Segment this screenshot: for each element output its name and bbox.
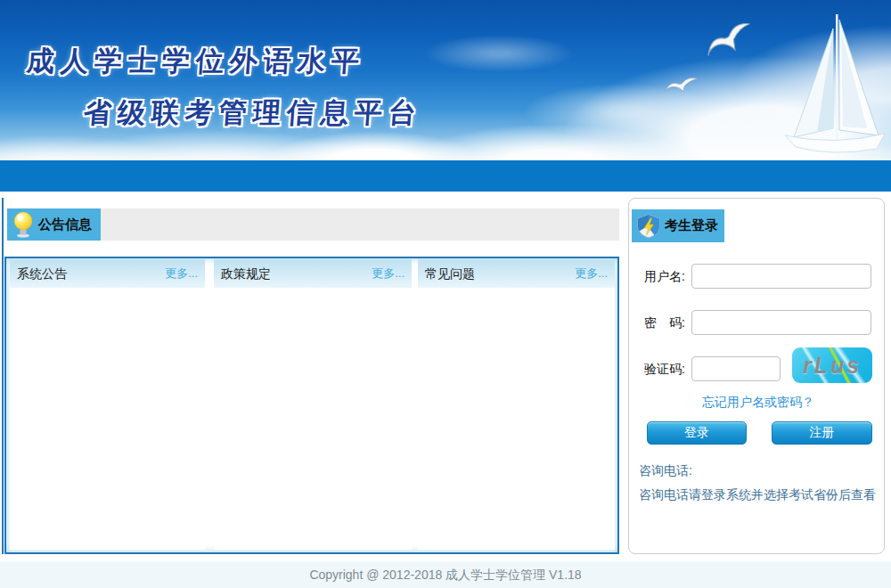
- column-system-announcements: 系统公告 更多...: [10, 259, 205, 550]
- announcements-panel: 系统公告 更多... 政策规定 更多... 常见问题 更多...: [4, 257, 619, 554]
- column-policy-regulations: 政策规定 更多...: [214, 259, 412, 550]
- column-body-empty: [214, 288, 412, 550]
- password-label: 密 码:: [644, 315, 685, 331]
- navbar: [0, 160, 891, 192]
- column-header: 常见问题 更多...: [418, 259, 615, 288]
- banner-title-line2: 省级联考管理信息平台: [83, 94, 424, 132]
- tab-announcements: 公告信息: [7, 208, 101, 241]
- shield-icon: [637, 214, 660, 239]
- column-title: 系统公告: [17, 259, 67, 288]
- login-button[interactable]: 登录: [647, 421, 747, 445]
- consult-phone-note: 咨询电话请登录系统并选择考试省份后查看: [639, 487, 876, 503]
- more-link[interactable]: 更多...: [575, 259, 608, 288]
- column-header: 系统公告 更多...: [10, 259, 205, 288]
- column-title: 政策规定: [221, 259, 271, 288]
- lightbulb-icon: [12, 211, 34, 238]
- username-input[interactable]: [691, 264, 871, 289]
- column-faq: 常见问题 更多...: [418, 259, 615, 550]
- page: 成人学士学位外语水平 省级联考管理信息平台: [0, 0, 891, 588]
- announcements-tab-label: 公告信息: [38, 216, 92, 233]
- captcha-text: rLus: [803, 353, 862, 379]
- captcha-image[interactable]: rLus: [792, 347, 872, 383]
- announcements-header-strip: [101, 208, 619, 241]
- column-title: 常见问题: [425, 259, 475, 288]
- forgot-credentials-link[interactable]: 忘记用户名或密码？: [678, 395, 838, 411]
- seagull-icon: [661, 71, 702, 99]
- register-button[interactable]: 注册: [772, 421, 872, 445]
- login-tab-label: 考生登录: [665, 217, 718, 234]
- footer: Copyright @ 2012-2018 成人学士学位管理 V1.18: [0, 561, 891, 588]
- captcha-label: 验证码:: [644, 362, 685, 378]
- sailboat-icon: [733, 4, 889, 160]
- password-input[interactable]: [691, 310, 871, 335]
- more-link[interactable]: 更多...: [165, 259, 198, 288]
- content-left-border: [2, 198, 4, 554]
- captcha-input[interactable]: [691, 356, 781, 381]
- tab-candidate-login: 考生登录: [632, 209, 724, 242]
- more-link[interactable]: 更多...: [372, 259, 405, 288]
- copyright-text: Copyright @ 2012-2018 成人学士学位管理 V1.18: [0, 561, 891, 588]
- column-body-empty: [10, 288, 205, 550]
- consult-phone-title: 咨询电话:: [639, 463, 692, 479]
- column-body-empty: [418, 288, 615, 550]
- username-label: 用户名:: [644, 269, 685, 285]
- login-panel: 考生登录 用户名: 密 码: 验证码: rLus 忘记用户名或密码？ 登录 注册…: [628, 198, 885, 554]
- banner-title-line1: 成人学士学位外语水平: [26, 43, 367, 80]
- banner: 成人学士学位外语水平 省级联考管理信息平台: [0, 0, 891, 160]
- column-header: 政策规定 更多...: [214, 259, 412, 288]
